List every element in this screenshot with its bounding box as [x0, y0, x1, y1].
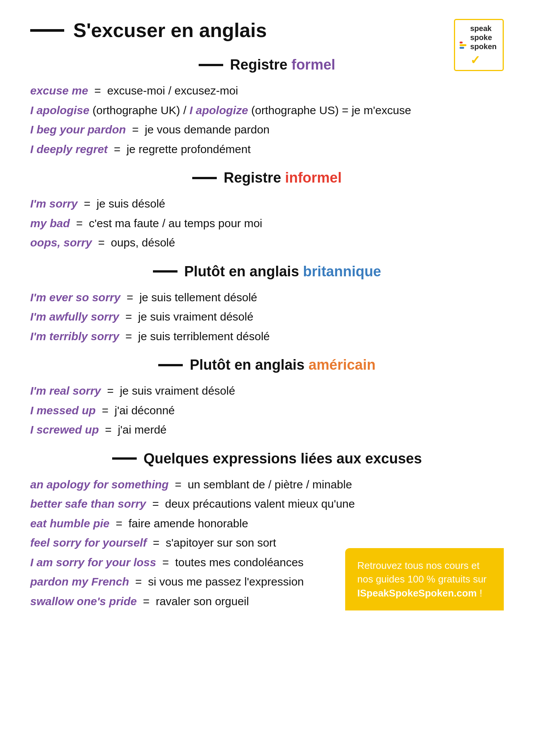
english-term: an apology for something [30, 478, 169, 491]
french-translation: je suis désolé [97, 197, 165, 210]
header-line-icon [30, 29, 64, 32]
equals-sign: = [102, 404, 112, 417]
french-translation: excuse-moi / excusez-moi [107, 84, 238, 97]
section-title-highlight: américain [309, 357, 375, 373]
equals-sign: = [94, 84, 101, 97]
french-translation: toutes mes condoléances [175, 556, 304, 569]
logo-spoke: spoke [470, 33, 492, 42]
english-term: I'm ever so sorry [30, 291, 120, 304]
cta-text: Retrouvez tous nos cours et nos guides 1… [357, 559, 492, 600]
section-title-plain: Quelques expressions liées aux excuses [144, 451, 422, 466]
english-term: I deeply regret [30, 143, 108, 155]
logo-speak: speak [470, 24, 492, 33]
french-translation: oups, désolé [111, 236, 175, 249]
bottom-cta-banner: Retrouvez tous nos cours et nos guides 1… [345, 548, 504, 610]
french-translation: deux précautions valent mieux qu'une [165, 497, 355, 510]
english-term: excuse me [30, 84, 88, 97]
page-wrapper: speak spoke spoken ✓ S'excuser en anglai… [30, 19, 504, 610]
logo-spoken: spoken [470, 42, 497, 51]
french-translation: faire amende honorable [128, 517, 248, 530]
section-header-informel: Registre informel [30, 170, 504, 186]
french-translation: j'ai déconné [115, 404, 175, 417]
entry-screwed-up: I screwed up = j'ai merdé [30, 420, 504, 439]
section-informel: Registre informel I'm sorry = je suis dé… [30, 170, 504, 252]
entry-real-sorry: I'm real sorry = je suis vraiment désolé [30, 381, 504, 400]
entry-beg-pardon: I beg your pardon = je vous demande pard… [30, 120, 504, 139]
entry-deeply-regret: I deeply regret = je regrette profondéme… [30, 140, 504, 159]
section-line-icon [199, 64, 223, 66]
equals-sign: = [127, 291, 136, 304]
english-term: I'm real sorry [30, 384, 101, 397]
equals-sign: = [84, 197, 94, 210]
french-translation: je vous demande pardon [145, 123, 270, 136]
section-header-formel: Registre formel [30, 57, 504, 73]
english-term: I'm terribly sorry [30, 330, 119, 342]
note-text: (orthographe UK) / [93, 104, 190, 116]
note-text-2: (orthographe US) = je m'excuse [251, 104, 411, 116]
french-translation: un semblant de / piètre / minable [188, 478, 352, 491]
english-term: I apologise [30, 104, 90, 116]
section-header-britannique: Plutôt en anglais britannique [30, 263, 504, 280]
section-title-formel: Registre formel [230, 57, 335, 73]
section-title-highlight: informel [285, 170, 342, 186]
entry-awfully-sorry: I'm awfully sorry = je suis vraiment dés… [30, 307, 504, 326]
section-header-expressions: Quelques expressions liées aux excuses [30, 451, 504, 467]
section-title-plain: Plutôt en anglais [184, 263, 303, 279]
logo-checkmark-icon: ✓ [470, 54, 480, 66]
logo-words: speak spoke spoken [470, 24, 497, 51]
french-translation: s'apitoyer sur son sort [166, 536, 276, 549]
section-title-americain: Plutôt en anglais américain [190, 357, 375, 373]
entry-excuse-me: excuse me = excuse-moi / excusez-moi [30, 81, 504, 100]
french-translation: c'est ma faute / au temps pour moi [89, 217, 262, 229]
section-title-expressions: Quelques expressions liées aux excuses [144, 451, 422, 467]
equals-sign: = [107, 384, 117, 397]
french-translation: si vous me passez l'expression [148, 575, 304, 588]
logo-bar-red [460, 42, 463, 43]
cta-link[interactable]: ISpeakSpokeSpoken.com [357, 587, 477, 599]
section-title-britannique: Plutôt en anglais britannique [184, 263, 381, 280]
section-formel: Registre formel excuse me = excuse-moi /… [30, 57, 504, 158]
section-header-americain: Plutôt en anglais américain [30, 357, 504, 373]
equals-sign: = [125, 330, 135, 342]
section-americain: Plutôt en anglais américain I'm real sor… [30, 357, 504, 439]
english-term: feel sorry for yourself [30, 536, 147, 549]
page-header: S'excuser en anglais [30, 19, 504, 42]
section-title-plain: Registre [230, 57, 292, 73]
section-title-plain: Registre [224, 170, 285, 186]
french-translation: je suis vraiment désolé [138, 310, 253, 323]
section-line-icon [153, 270, 177, 273]
french-translation: je suis tellement désolé [139, 291, 257, 304]
cta-body-text: Retrouvez tous nos cours et nos guides 1… [357, 560, 487, 585]
english-term: I am sorry for your loss [30, 556, 156, 569]
entry-apologise: I apologise (orthographe UK) / I apologi… [30, 101, 504, 120]
equals-sign: = [175, 478, 185, 491]
entry-eat-humble: eat humble pie = faire amende honorable [30, 514, 504, 533]
equals-sign: = [162, 556, 172, 569]
entry-better-safe: better safe than sorry = deux précaution… [30, 494, 504, 513]
section-line-icon [112, 457, 137, 460]
english-term: my bad [30, 217, 70, 229]
logo-bar-yellow [460, 44, 466, 46]
equals-sign: = [135, 575, 145, 588]
english-term: I beg your pardon [30, 123, 126, 136]
section-britannique: Plutôt en anglais britannique I'm ever s… [30, 263, 504, 346]
section-line-icon [158, 364, 183, 366]
section-title-highlight: formel [292, 57, 335, 73]
equals-sign: = [143, 595, 153, 607]
equals-sign: = [152, 497, 162, 510]
logo: speak spoke spoken ✓ [454, 19, 504, 71]
entry-messed-up: I messed up = j'ai déconné [30, 401, 504, 420]
french-translation: je regrette profondément [127, 143, 251, 155]
entry-apology-for: an apology for something = un semblant d… [30, 475, 504, 494]
english-term: oops, sorry [30, 236, 92, 249]
french-translation: ravaler son orgueil [156, 595, 249, 607]
english-term: I'm sorry [30, 197, 78, 210]
french-translation: je suis terriblement désolé [138, 330, 270, 342]
equals-sign: = [98, 236, 108, 249]
section-line-icon [192, 177, 217, 179]
equals-sign: = [105, 423, 115, 436]
entry-im-sorry: I'm sorry = je suis désolé [30, 194, 504, 213]
equals-sign: = [76, 217, 86, 229]
entry-ever-so-sorry: I'm ever so sorry = je suis tellement dé… [30, 288, 504, 307]
french-translation: je suis vraiment désolé [120, 384, 235, 397]
